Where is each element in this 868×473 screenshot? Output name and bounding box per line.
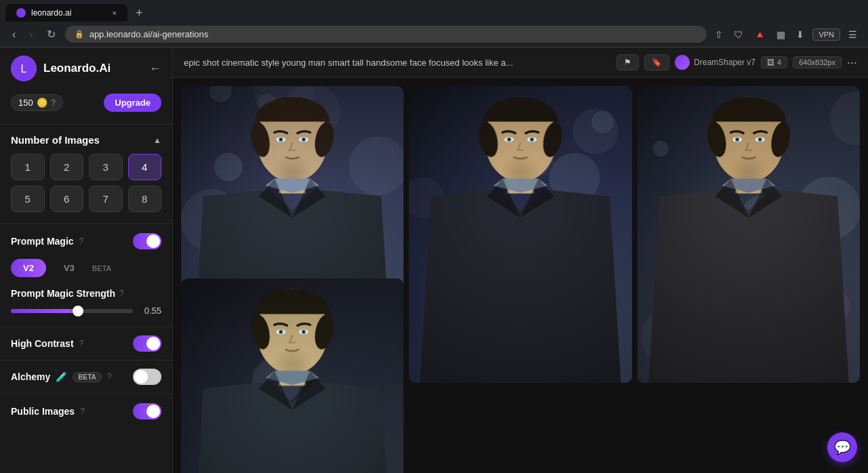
- extensions-btn[interactable]: 🔺: [751, 26, 768, 43]
- menu-btn[interactable]: ☰: [846, 26, 860, 43]
- strength-label: Prompt Magic Strength: [11, 288, 115, 299]
- high-contrast-toggle[interactable]: [133, 335, 161, 352]
- num-images-title: Number of Images: [11, 134, 100, 146]
- prompt-magic-thumb: [146, 234, 160, 248]
- num-btn-5[interactable]: 5: [11, 186, 45, 212]
- prompt-magic-toggle[interactable]: [133, 233, 161, 249]
- alchemy-toggle[interactable]: [133, 369, 161, 385]
- user-info: DreamShaper v7: [675, 55, 755, 70]
- num-btn-4[interactable]: 4: [128, 154, 162, 180]
- alchemy-label: Alchemy: [11, 371, 50, 382]
- share-btn[interactable]: ⇧: [712, 26, 726, 43]
- beta-label: BETA: [92, 264, 111, 272]
- main-content: epic shot cinematic style young man smar…: [173, 47, 868, 473]
- credits-value: 150: [18, 98, 33, 108]
- tab-close-btn[interactable]: ×: [113, 9, 117, 17]
- tab-favicon: [16, 8, 26, 18]
- dimensions-value: 640x832px: [799, 58, 835, 66]
- address-text: app.leonardo.ai/ai-generations: [90, 29, 698, 39]
- v2-tab[interactable]: V2: [11, 259, 46, 277]
- back-btn[interactable]: ‹: [8, 27, 20, 42]
- high-contrast-help-icon[interactable]: ?: [79, 339, 84, 348]
- brand-name: Leonardo.Ai: [43, 62, 142, 75]
- high-contrast-label: High Contrast: [11, 338, 74, 349]
- prompt-bar: epic shot cinematic style young man smar…: [173, 47, 868, 78]
- v3-tab[interactable]: V3: [52, 259, 87, 277]
- public-images-label: Public Images: [11, 406, 75, 417]
- public-images-thumb: [146, 405, 160, 418]
- forward-btn[interactable]: ›: [25, 27, 37, 42]
- user-avatar-sm: [675, 55, 690, 70]
- credits-badge: 150 🪙 ?: [11, 94, 63, 111]
- support-icon: 💬: [834, 439, 851, 455]
- num-btn-8[interactable]: 8: [128, 186, 162, 212]
- public-images-row: Public Images ?: [0, 396, 172, 426]
- more-btn[interactable]: ···: [847, 56, 857, 70]
- public-images-help-icon[interactable]: ?: [80, 407, 85, 416]
- sidebar-collapse-btn[interactable]: ←: [149, 62, 161, 76]
- image-card-3[interactable]: [637, 86, 860, 383]
- new-tab-btn[interactable]: +: [130, 6, 149, 20]
- strength-help-icon[interactable]: ?: [119, 289, 124, 298]
- num-btn-7[interactable]: 7: [89, 186, 123, 212]
- strength-header: Prompt Magic Strength ?: [11, 288, 161, 299]
- high-contrast-row: High Contrast ?: [0, 330, 172, 357]
- nav-right: ⇧ 🛡 🔺 ▦ ⬇ VPN ☰: [712, 26, 860, 43]
- alchemy-row: Alchemy 🧪 BETA ?: [0, 363, 172, 390]
- num-images-grid: 1 2 3 4 5 6 7 8: [0, 151, 172, 220]
- count-value: 4: [777, 58, 781, 66]
- image-card-2[interactable]: [409, 86, 631, 383]
- image-card-4[interactable]: [181, 279, 403, 474]
- shield-btn[interactable]: 🛡: [731, 26, 746, 43]
- alchemy-help-icon[interactable]: ?: [107, 372, 112, 382]
- num-btn-2[interactable]: 2: [50, 154, 84, 180]
- strength-fill: [11, 309, 78, 313]
- sidebar-header: L Leonardo.Ai ←: [0, 47, 172, 89]
- count-icon: 🖼: [767, 58, 774, 66]
- num-btn-6[interactable]: 6: [50, 186, 84, 212]
- sidebar-toggle-btn[interactable]: ▦: [774, 26, 788, 43]
- tab-title: leonardo.ai: [31, 8, 71, 18]
- num-btn-3[interactable]: 3: [89, 154, 123, 180]
- divider-1: [0, 124, 172, 125]
- prompt-magic-label: Prompt Magic: [11, 236, 74, 247]
- support-btn[interactable]: 💬: [827, 432, 857, 462]
- num-btn-1[interactable]: 1: [11, 154, 45, 180]
- image-canvas-2: [409, 86, 631, 383]
- upgrade-btn[interactable]: Upgrade: [104, 94, 161, 112]
- high-contrast-thumb: [146, 337, 160, 350]
- num-images-section-header[interactable]: Number of Images ▲: [0, 127, 172, 151]
- flag-btn[interactable]: ⚑: [616, 54, 639, 70]
- public-images-toggle[interactable]: [133, 403, 161, 419]
- prompt-magic-row: Prompt Magic ?: [0, 226, 172, 256]
- downloads-btn[interactable]: ⬇: [793, 26, 807, 43]
- sidebar: L Leonardo.Ai ← 150 🪙 ? Upgrade Number o…: [0, 47, 173, 473]
- strength-slider-section: Prompt Magic Strength ? 0.55: [0, 285, 172, 324]
- dimensions-tag: 640x832px: [793, 56, 842, 68]
- active-tab[interactable]: leonardo.ai ×: [5, 4, 127, 22]
- prompt-text: epic shot cinematic style young man smar…: [184, 58, 608, 68]
- prompt-magic-help-icon[interactable]: ?: [79, 236, 84, 246]
- image-count-tag: 🖼 4: [761, 56, 787, 68]
- divider-5: [0, 393, 172, 394]
- address-bar[interactable]: 🔒 app.leonardo.ai/ai-generations: [65, 26, 707, 43]
- user-name: DreamShaper v7: [694, 58, 755, 67]
- bookmark-btn[interactable]: 🔖: [644, 54, 669, 70]
- lock-icon: 🔒: [75, 30, 84, 39]
- strength-track[interactable]: [11, 309, 133, 313]
- image-canvas-3: [637, 86, 860, 383]
- tab-bar: leonardo.ai × +: [0, 0, 868, 22]
- alchemy-icon: 🧪: [56, 371, 67, 382]
- reload-btn[interactable]: ↻: [43, 26, 60, 42]
- divider-3: [0, 327, 172, 327]
- credits-row: 150 🪙 ? Upgrade: [0, 89, 172, 121]
- strength-thumb[interactable]: [73, 306, 83, 316]
- browser-chrome: leonardo.ai × + ‹ › ↻ 🔒 app.leonardo.ai/…: [0, 0, 868, 47]
- nav-bar: ‹ › ↻ 🔒 app.leonardo.ai/ai-generations ⇧…: [0, 22, 868, 47]
- version-tabs: V2 V3 BETA: [0, 256, 172, 285]
- credits-help-icon[interactable]: ?: [51, 98, 56, 108]
- app-body: L Leonardo.Ai ← 150 🪙 ? Upgrade Number o…: [0, 47, 868, 473]
- avatar: L: [11, 56, 37, 81]
- divider-2: [0, 223, 172, 224]
- image-canvas-4: [181, 279, 403, 474]
